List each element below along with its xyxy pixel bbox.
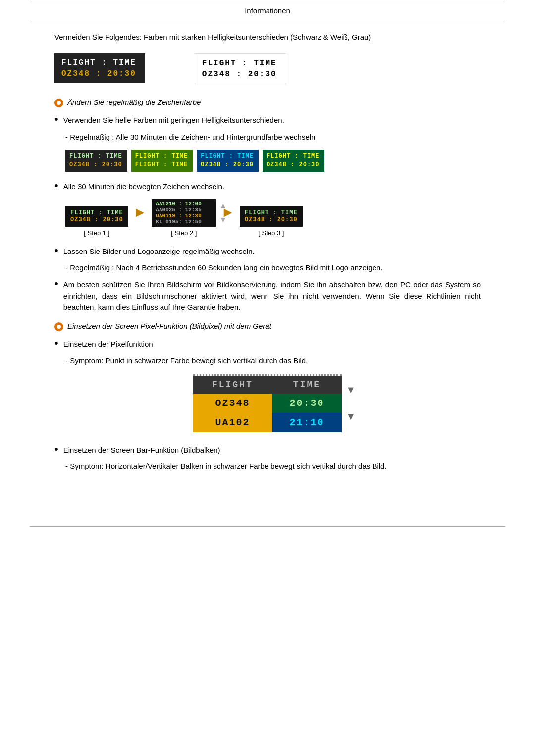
color-box-1-r2: OZ348 : 20:30 [69,161,122,168]
bullet-text-3: Lassen Sie Bilder und Logoanzeige regelm… [63,246,255,257]
bullet-dot-1: • [54,113,58,125]
pixel-table-row-2: UA102 21:10 [193,413,342,432]
content-area: Vermeiden Sie Folgendes: Farben mit star… [0,31,535,506]
section2-bullet-text-1: Einsetzen der Pixelfunktion [63,338,153,350]
step2-line3: UA0119 : 12:30 [156,213,212,219]
section2-sub-bullet-2: - Symptom: Horizontaler/Vertikaler Balke… [65,460,481,472]
section2-bullet-text-2: Einsetzen der Screen Bar-Funktion (Bildb… [63,444,220,455]
step2-label: [ Step 2 ] [171,229,197,237]
color-demo-row: FLIGHT : TIME OZ348 : 20:30 FLIGHT : TIM… [65,150,481,172]
step3-r1: FLIGHT : TIME [245,209,298,216]
step-box-2: AA1210 : 12:00 AA0025 : 12:35 UA0119 : 1… [152,199,216,237]
dark-row1: FLIGHT : TIME [61,58,136,67]
sub-bullet-3: - Regelmäßig : Nach 4 Betriebsstunden 60… [65,262,481,273]
step1-r2: OZ348 : 20:30 [70,216,123,223]
pixel-row2-col1: UA102 [193,413,272,432]
step3-r2: OZ348 : 20:30 [245,216,298,223]
section2-bullet-1: • Einsetzen der Pixelfunktion [54,338,481,350]
flight-box-dark: FLIGHT : TIME OZ348 : 20:30 [54,53,145,83]
color-box-2-r2: FLIGHT : TIME [135,161,188,168]
top-divider2 [30,20,505,20]
demo-row-1: FLIGHT : TIME OZ348 : 20:30 FLIGHT : TIM… [54,53,481,84]
pixel-table-header-row: FLIGHT TIME [193,376,342,394]
step2-line2: AA0025 : 12:35 [156,207,212,213]
section2-bullet-dot-2: • [54,443,58,455]
step-box-1: FLIGHT : TIME OZ348 : 20:30 [ Step 1 ] [65,206,128,237]
color-box-3-r1: FLIGHT : TIME [201,153,254,160]
sub-bullet-1: - Regelmäßig : Alle 30 Minuten die Zeich… [65,131,481,143]
step2-arrow-bottom: ▼ [219,215,227,224]
pixel-arrows: ▼ ▼ [346,374,356,432]
bullet-text-2: Alle 30 Minuten die bewegten Zeichen wec… [63,181,224,192]
light-row2: OZ348 : 20:30 [202,70,277,79]
step2-line1: AA1210 : 12:00 [156,201,212,207]
step1-display: FLIGHT : TIME OZ348 : 20:30 [65,206,128,227]
bullet-text-1: Verwenden Sie helle Farben mit geringen … [63,114,284,126]
step-box-3: FLIGHT : TIME OZ348 : 20:30 [ Step 3 ] [240,206,303,237]
pixel-table-row-1: OZ348 20:30 [193,394,342,413]
pixel-header-time: TIME [272,376,342,394]
color-box-3: FLIGHT : TIME OZ348 : 20:30 [197,150,259,172]
step2-arrows: ▲ ▼ [219,199,227,227]
section2-bullet-2: • Einsetzen der Screen Bar-Funktion (Bil… [54,444,481,455]
bullet-item-1: • Verwenden Sie helle Farben mit geringe… [54,114,481,126]
step-demo-row: FLIGHT : TIME OZ348 : 20:30 [ Step 1 ] ►… [65,199,481,237]
page-title: Informationen [0,0,535,20]
pixel-row1-col2: 20:30 [272,394,342,413]
step1-r1: FLIGHT : TIME [70,209,123,216]
pixel-row2-col2: 21:10 [272,413,342,432]
light-row1: FLIGHT : TIME [202,59,277,68]
step2-arrow-top: ▲ [219,202,227,210]
pixel-demo-wrapper: FLIGHT TIME OZ348 20:30 UA102 21:10 ▼ [54,374,481,432]
pixel-demo-container: FLIGHT TIME OZ348 20:30 UA102 21:10 ▼ [193,374,342,432]
pixel-row1-col1: OZ348 [193,394,272,413]
section2-bullet-dot-1: • [54,337,58,349]
color-box-4-r2: OZ348 : 20:30 [267,161,320,168]
color-box-3-r2: OZ348 : 20:30 [201,161,254,168]
flight-box-light: FLIGHT : TIME OZ348 : 20:30 [195,53,286,84]
orange-bullet-1 [54,99,63,107]
dark-row2: OZ348 : 20:30 [61,69,136,78]
intro-text: Vermeiden Sie Folgendes: Farben mit star… [54,31,481,43]
step3-label: [ Step 3 ] [258,229,284,237]
bullet-dot-4: • [54,278,58,290]
pixel-arrow-1: ▼ [346,384,356,396]
step2-display: AA1210 : 12:00 AA0025 : 12:35 UA0119 : 1… [152,199,216,227]
bullet-item-4: • Am besten schützen Sie Ihren Bildschir… [54,279,481,313]
section2-sub-bullet-1: - Symptom: Punkt in schwarzer Farbe bewe… [65,355,481,366]
page-container: Informationen Vermeiden Sie Folgendes: F… [0,0,535,756]
color-box-2: FLIGHT : TIME FLIGHT : TIME [131,150,193,172]
bullet-dot-2: • [54,180,58,192]
section1-header: Ändern Sie regelmäßig die Zeichenfarbe [54,98,481,107]
pixel-demo-table: FLIGHT TIME OZ348 20:30 UA102 21:10 [193,376,342,432]
color-box-1-r1: FLIGHT : TIME [69,153,122,160]
pixel-arrow-2: ▼ [346,411,356,422]
color-box-2-r1: FLIGHT : TIME [135,153,188,160]
section1-title: Ändern Sie regelmäßig die Zeichenfarbe [67,98,201,106]
bullet-text-4: Am besten schützen Sie Ihren Bildschirm … [63,279,481,313]
section2-header: Einsetzen der Screen Pixel-Funktion (Bil… [54,322,481,331]
bottom-divider [30,526,505,527]
step2-line4: KL 0195: 12:50 [156,219,212,225]
bullet-dot-3: • [54,245,58,256]
pixel-header-flight: FLIGHT [193,376,272,394]
arrow-1: ► [133,204,147,220]
section2-title: Einsetzen der Screen Pixel-Funktion (Bil… [67,322,271,330]
color-box-4: FLIGHT : TIME OZ348 : 20:30 [263,150,324,172]
color-box-1: FLIGHT : TIME OZ348 : 20:30 [65,150,127,172]
step3-display: FLIGHT : TIME OZ348 : 20:30 [240,206,303,227]
step1-label: [ Step 1 ] [84,229,109,237]
orange-bullet-2 [54,322,63,331]
bullet-item-2: • Alle 30 Minuten die bewegten Zeichen w… [54,181,481,192]
bullet-item-3: • Lassen Sie Bilder und Logoanzeige rege… [54,246,481,257]
color-box-4-r1: FLIGHT : TIME [267,153,320,160]
